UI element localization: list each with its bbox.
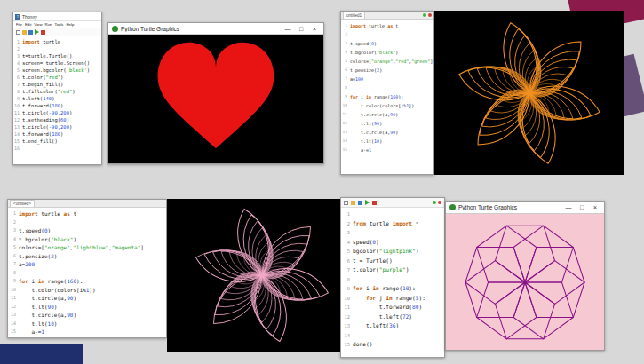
line-number: 1 bbox=[14, 38, 22, 45]
menu-view[interactable]: View bbox=[34, 22, 42, 27]
code-text: for i in range(160): bbox=[350, 92, 403, 101]
editor3-tab[interactable]: <untitled> bbox=[10, 200, 35, 207]
line-number: 12 bbox=[342, 119, 350, 128]
editor2-controls bbox=[423, 13, 432, 17]
run-icon[interactable] bbox=[35, 29, 39, 35]
code-line: 15done() bbox=[342, 340, 443, 350]
menu-edit[interactable]: Edit bbox=[25, 22, 31, 27]
line-number: 2 bbox=[14, 45, 22, 52]
line-number: 7 bbox=[14, 81, 22, 88]
code-line: 12t.setheading(60) bbox=[14, 116, 100, 123]
thonny-code-editor[interactable]: 1import turtle23t=turtle.Turtle()4screen… bbox=[13, 36, 101, 154]
close-button[interactable]: × bbox=[590, 204, 600, 210]
editor3-code-area[interactable]: 1import turtle as t23t.speed(0)4t.bgcolo… bbox=[8, 208, 166, 338]
run-icon[interactable] bbox=[365, 200, 370, 205]
code-line: 14 t.lt(10) bbox=[342, 137, 433, 146]
code-line: 5bgcolor("lightpink") bbox=[342, 247, 443, 257]
open-file-icon[interactable] bbox=[351, 201, 355, 205]
code-line: 15 a-=1 bbox=[342, 146, 433, 154]
editor3-tabbar: <untitled> bbox=[8, 200, 166, 208]
code-text: for i in range(160): bbox=[19, 277, 83, 286]
line-number: 3 bbox=[342, 39, 350, 48]
run-dot-icon[interactable] bbox=[423, 13, 426, 17]
code-text: for j in range(5): bbox=[353, 294, 425, 304]
code-text: t.bgcolor("black") bbox=[350, 48, 398, 57]
line-number: 2 bbox=[342, 219, 353, 229]
code-text: t.bgcolor("black") bbox=[19, 235, 76, 244]
code-line: 1import turtle as t bbox=[9, 210, 165, 218]
code-text: t.circle(a,90) bbox=[19, 311, 76, 320]
line-number: 15 bbox=[342, 340, 353, 350]
code-line: 13 t.circle(a,90) bbox=[9, 311, 165, 320]
line-number: 10 bbox=[9, 286, 19, 295]
line-number: 4 bbox=[9, 235, 19, 244]
heart-window-titlebar[interactable]: Python Turtle Graphics — □ × bbox=[108, 23, 323, 35]
new-file-icon[interactable] bbox=[16, 30, 20, 35]
run-dot-icon[interactable] bbox=[433, 201, 436, 204]
line-number: 14 bbox=[342, 137, 350, 146]
editor4-code-area[interactable]: 12from turtle import *34speed(0)5bgcolor… bbox=[341, 208, 444, 352]
code-text: a=100 bbox=[350, 75, 363, 83]
editor2-tab[interactable]: untitled1 bbox=[343, 12, 365, 19]
turtle-canvas-heart bbox=[108, 35, 323, 163]
code-text: t=turtle.Turtle() bbox=[22, 52, 72, 59]
line-number: 10 bbox=[342, 294, 353, 304]
line-number: 6 bbox=[342, 66, 350, 75]
code-text: t.forward(80) bbox=[353, 303, 422, 313]
minimize-button[interactable]: — bbox=[282, 26, 293, 32]
new-file-icon[interactable] bbox=[344, 201, 348, 205]
line-number: 8 bbox=[342, 83, 350, 92]
code-text: t.speed(0) bbox=[350, 39, 377, 48]
stop-icon[interactable] bbox=[372, 201, 377, 205]
editor2-code-area[interactable]: 1import turtle as t23t.speed(0)4t.bgcolo… bbox=[341, 20, 433, 156]
code-line: 10 t.color(colors[i%1]) bbox=[342, 101, 433, 110]
line-number: 11 bbox=[14, 109, 22, 116]
line-number: 16 bbox=[14, 145, 22, 152]
code-line: 9for i in range(10): bbox=[342, 284, 443, 294]
maximize-button[interactable]: □ bbox=[576, 204, 587, 210]
line-number: 5 bbox=[342, 57, 350, 66]
pentagon-wreath bbox=[463, 220, 587, 344]
save-icon[interactable] bbox=[28, 30, 33, 35]
pink-flower-graphic bbox=[191, 204, 333, 346]
line-number: 9 bbox=[9, 277, 19, 286]
menu-tools[interactable]: Tools bbox=[54, 22, 63, 27]
thonny-titlebar: T Thonny bbox=[13, 12, 101, 21]
line-number: 11 bbox=[342, 303, 353, 313]
stop-dot-icon[interactable] bbox=[438, 201, 441, 204]
code-text: t.left(72) bbox=[353, 313, 412, 322]
code-text: t.circle(a,90) bbox=[19, 294, 76, 303]
menu-help[interactable]: Help bbox=[67, 22, 75, 27]
code-line: 2 bbox=[14, 45, 100, 52]
menu-file[interactable]: File bbox=[16, 22, 22, 27]
line-number: 14 bbox=[14, 131, 22, 138]
editor2-tabbar: untitled1 bbox=[341, 12, 433, 20]
code-line: 12 t.lt(90) bbox=[9, 303, 165, 312]
line-number: 10 bbox=[14, 102, 22, 109]
open-file-icon[interactable] bbox=[22, 30, 27, 35]
maximize-button[interactable]: □ bbox=[296, 26, 306, 32]
heart-window-title: Python Turtle Graphics bbox=[121, 26, 280, 32]
turtle-graphics-window-pattern: Python Turtle Graphics — □ × bbox=[445, 201, 605, 351]
code-text: t.color("red") bbox=[22, 74, 63, 81]
editor4-controls bbox=[433, 201, 441, 204]
minimize-button[interactable]: — bbox=[563, 204, 574, 210]
stop-dot-icon[interactable] bbox=[428, 13, 432, 17]
stop-icon[interactable] bbox=[41, 30, 45, 35]
code-line: 1import turtle as t bbox=[342, 21, 433, 30]
code-line: 16 bbox=[14, 145, 100, 152]
code-line: 7a=200 bbox=[9, 260, 165, 269]
close-button[interactable]: × bbox=[309, 26, 320, 32]
pattern-window-title: Python Turtle Graphics bbox=[458, 204, 561, 210]
line-number: 4 bbox=[342, 48, 350, 57]
code-line: 14t.forward(180) bbox=[14, 131, 100, 138]
line-number: 1 bbox=[342, 210, 353, 219]
decorative-navy-bar bbox=[0, 344, 83, 364]
code-text: t.setheading(60) bbox=[22, 116, 69, 123]
save-icon[interactable] bbox=[358, 201, 362, 205]
line-number: 12 bbox=[342, 313, 353, 322]
thonny-menubar: File Edit View Run Tools Help bbox=[13, 21, 101, 28]
pattern-window-titlebar[interactable]: Python Turtle Graphics — □ × bbox=[446, 202, 604, 214]
code-text: t.lt(10) bbox=[350, 137, 382, 146]
menu-run[interactable]: Run bbox=[45, 22, 52, 27]
